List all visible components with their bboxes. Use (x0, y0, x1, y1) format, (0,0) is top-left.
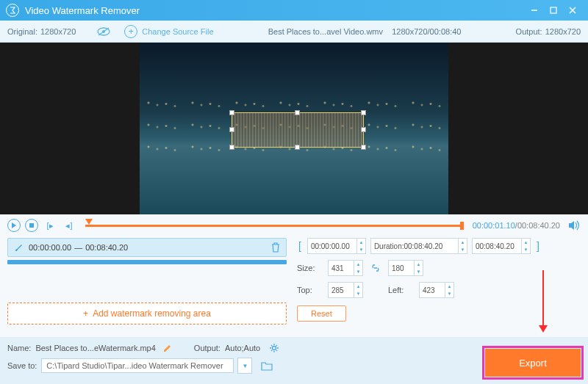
stop-button[interactable] (25, 219, 38, 232)
resize-handle-mr[interactable] (361, 127, 366, 132)
time-display: 00:00:01.10/00:08:40.20 (473, 221, 560, 230)
duration-input[interactable]: ▲▼ (370, 238, 467, 254)
resize-handle-tm[interactable] (295, 110, 300, 115)
top-label: Top: (297, 286, 323, 294)
bracket-close-icon[interactable]: ] (535, 240, 541, 252)
output-resolution: 1280x720 (545, 27, 581, 36)
range-end-input[interactable]: ▲▼ (472, 238, 531, 254)
svg-rect-1 (551, 7, 556, 13)
play-button[interactable] (7, 219, 21, 232)
output-fmt-label: Output: (194, 344, 220, 352)
plus-icon: + (83, 308, 88, 319)
close-button[interactable] (563, 3, 582, 18)
minimize-button[interactable] (525, 3, 544, 18)
volume-icon[interactable] (569, 220, 581, 231)
edit-name-icon[interactable] (163, 344, 172, 352)
original-label: Original: (7, 27, 37, 36)
link-aspect-icon[interactable] (370, 264, 381, 272)
watermark-selection-box[interactable] (232, 112, 364, 148)
app-logo-icon (6, 4, 19, 17)
delete-clip-icon[interactable] (271, 242, 280, 253)
clip-segment[interactable]: 00:00:00.00 — 00:08:40.20 (7, 238, 287, 257)
app-title: Video Watermark Remover (25, 5, 140, 16)
add-watermark-area-button[interactable]: + Add watermark removing area (7, 303, 287, 325)
titlebar: Video Watermark Remover (0, 0, 588, 21)
bracket-open-icon[interactable]: [ (297, 240, 303, 252)
svg-marker-7 (12, 222, 16, 228)
resize-handle-bm[interactable] (295, 145, 300, 150)
top-input[interactable]: ▲▼ (328, 282, 363, 298)
export-button[interactable]: Export (485, 349, 581, 377)
preview-toggle-icon[interactable] (96, 26, 111, 37)
size-label: Size: (297, 264, 323, 272)
plus-icon: + (124, 25, 137, 38)
output-fmt-value: Auto;Auto (225, 344, 260, 352)
clip-start: 00:00:00.00 (29, 243, 71, 252)
video-frame[interactable] (140, 43, 448, 214)
info-bar: Original: 1280x720 + Change Source File … (0, 21, 588, 43)
resize-handle-br[interactable] (361, 145, 366, 150)
clip-range-bar[interactable] (7, 260, 287, 264)
width-input[interactable]: ▲▼ (328, 260, 363, 276)
output-label: Output: (516, 27, 542, 36)
svg-marker-9 (569, 221, 574, 230)
height-input[interactable]: ▲▼ (388, 260, 423, 276)
resize-handle-tl[interactable] (229, 110, 234, 115)
left-input[interactable]: ▲▼ (419, 282, 454, 298)
reset-button[interactable]: Reset (297, 305, 346, 322)
original-resolution: 1280x720 (40, 27, 76, 36)
video-preview-area (0, 43, 588, 214)
name-label: Name: (7, 344, 31, 352)
change-source-label: Change Source File (142, 27, 213, 36)
brush-icon (14, 242, 24, 253)
save-to-label: Save to: (7, 361, 37, 370)
svg-rect-8 (29, 223, 34, 228)
mark-out-button[interactable]: ◂] (62, 219, 76, 232)
open-folder-icon[interactable] (261, 361, 273, 371)
resize-handle-tr[interactable] (361, 110, 366, 115)
save-path-dropdown[interactable]: ▼ (237, 358, 252, 374)
output-settings-icon[interactable] (269, 343, 279, 353)
range-start-input[interactable]: ▲▼ (307, 238, 366, 254)
change-source-button[interactable]: + Change Source File (124, 25, 213, 38)
mark-in-button[interactable]: [▸ (43, 219, 57, 232)
resize-handle-bl[interactable] (229, 145, 234, 150)
resize-handle-ml[interactable] (229, 127, 234, 132)
playhead-marker[interactable] (85, 219, 93, 225)
svg-point-10 (273, 347, 276, 350)
timeline-scrubber[interactable] (85, 222, 464, 229)
current-file-info: Best Places to...avel Video.wmv 1280x720… (214, 27, 516, 36)
clip-end: 00:08:40.20 (85, 243, 128, 252)
maximize-button[interactable] (544, 3, 563, 18)
playback-controls: [▸ ◂] 00:00:01.10/00:08:40.20 (0, 214, 588, 233)
left-label: Left: (388, 286, 415, 294)
save-path-input[interactable] (41, 358, 234, 373)
output-name: Best Places to...eWatermark.mp4 (35, 344, 155, 352)
